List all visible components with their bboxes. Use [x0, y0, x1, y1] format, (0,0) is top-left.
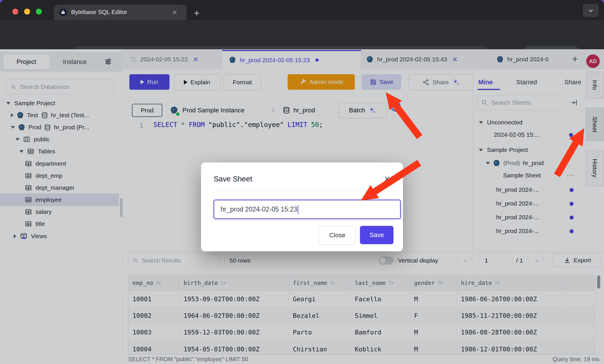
window-close-button[interactable]	[12, 9, 18, 15]
dialog-close-icon[interactable]	[383, 175, 391, 183]
screen: Bytebase SQL Editor + localhost:8080/sql…	[0, 0, 604, 364]
save-sheet-dialog: Save Sheet hr_prod 2024-02-05 15:23 Clos…	[201, 163, 403, 251]
new-tab-button[interactable]: +	[194, 7, 200, 19]
bytebase-favicon	[59, 8, 67, 16]
browser-tab-title: Bytebase SQL Editor	[71, 9, 127, 15]
browser-window: Bytebase SQL Editor + localhost:8080/sql…	[0, 0, 604, 364]
browser-tab[interactable]: Bytebase SQL Editor	[54, 5, 186, 20]
sheet-name-input[interactable]: hr_prod 2024-02-05 15:23	[214, 200, 401, 219]
chevron-down-icon	[587, 7, 595, 14]
window-minimize-button[interactable]	[24, 9, 30, 15]
dialog-title: Save Sheet	[214, 175, 252, 183]
browser-titlebar: Bytebase SQL Editor +	[0, 0, 604, 20]
tab-close-icon[interactable]	[172, 9, 178, 15]
window-zoom-button[interactable]	[36, 9, 42, 15]
dialog-save-button[interactable]: Save	[360, 226, 393, 244]
tab-search-button[interactable]	[583, 4, 599, 17]
dialog-close-button[interactable]: Close	[319, 226, 356, 245]
text-cursor	[298, 205, 298, 214]
browser-navbar: localhost:8080/sql-editor/prod-sample-in…	[0, 20, 604, 49]
dialog-divider	[214, 190, 401, 191]
